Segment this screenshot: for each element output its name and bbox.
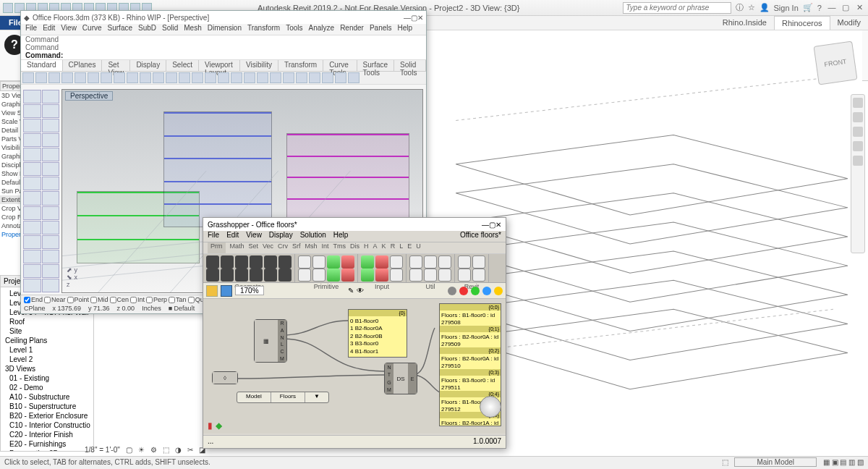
star-icon[interactable]: ☆	[748, 3, 755, 12]
tree-item[interactable]: 01 - Existing	[9, 373, 89, 383]
tab-modify[interactable]: Modify	[830, 16, 868, 30]
tab-rhinoceros[interactable]: Rhinoceros	[774, 16, 830, 30]
open-icon	[206, 285, 218, 297]
minimize-button[interactable]: —	[826, 3, 838, 12]
display-blue-icon	[482, 287, 491, 295]
search-input[interactable]	[623, 2, 731, 14]
viewport-label[interactable]: Perspective	[65, 91, 113, 101]
main-model-dropdown[interactable]: Main Model	[734, 457, 817, 467]
markov-icon: ◆	[216, 421, 222, 431]
tree-item[interactable]: B20 - Exterior Enclosure	[9, 411, 89, 421]
status-text: Click to select, TAB for alternates, CTR…	[4, 458, 210, 468]
orbit-icon	[853, 141, 863, 151]
cart-icon[interactable]: 🛒	[803, 3, 813, 12]
zoom-icon	[853, 127, 863, 137]
selection-icons[interactable]: ▦ ▣ ▤ ▥ ▧	[823, 458, 864, 466]
display-red-icon	[459, 287, 468, 295]
tree-item[interactable]: C20 - Interior Finish	[9, 430, 89, 439]
building-b2	[163, 111, 272, 227]
zoom-display[interactable]: 170%	[235, 286, 264, 295]
tree-item[interactable]: 02 - Demo	[9, 383, 89, 392]
viewcube[interactable]: FRONT	[814, 41, 858, 85]
infocentre-icon[interactable]: ⓘ	[736, 2, 744, 13]
user-icon[interactable]: 👤	[760, 3, 770, 12]
rhino-title: Office Floors.3dm (373 KB) - Rhino WIP -…	[33, 14, 209, 22]
view-control-bar[interactable]: 1/8" = 1'-0" ▢☀⚙⬚◑✂◪	[83, 443, 207, 456]
gh-status-left: ...	[208, 437, 213, 447]
gh-component-explode[interactable]: ▦ RANLCM	[254, 319, 287, 363]
rhino-close-button[interactable]: ✕	[417, 14, 423, 22]
gh-canvas[interactable]: ◊ ▦ RANLCM {0} 0 B1-floor0 1 B2-floor0A …	[203, 299, 506, 434]
grasshopper-window[interactable]: Grasshopper - Office floors* — ▢ ✕ FileE…	[203, 217, 506, 449]
rhino-command-area[interactable]: Command Command Command:	[21, 35, 426, 60]
rhino-maximize-button[interactable]: ▢	[411, 14, 417, 22]
tree-group[interactable]: 3D Views	[5, 364, 89, 373]
svg-marker-4	[456, 251, 848, 331]
maximize-button[interactable]: ▢	[840, 3, 851, 12]
close-button[interactable]: ✕	[854, 3, 865, 12]
rhino-minimize-button[interactable]: —	[404, 14, 411, 22]
svg-marker-2	[456, 193, 848, 273]
svg-marker-1	[456, 164, 848, 244]
rhino-menu-bar[interactable]: FileEditViewCurveSurfaceSubDSolidMeshDim…	[21, 24, 426, 35]
svg-line-7	[456, 77, 833, 120]
rhino-side-toolbar[interactable]	[22, 89, 60, 293]
gh-compass[interactable]	[480, 396, 501, 418]
gh-param[interactable]: ◊	[212, 371, 238, 384]
lookaround-icon	[853, 156, 863, 166]
axis-triad-icon: ⬈ y⬊ xz	[67, 266, 77, 288]
gh-canvas-corner-icons[interactable]: ▮ ◆	[208, 421, 222, 431]
rhino-toolbar-tabs[interactable]: StandardCPlanesSet ViewDisplaySelectView…	[21, 60, 426, 72]
worksets-icon[interactable]: ⬚	[722, 458, 728, 466]
pan-icon	[853, 112, 863, 122]
tree-item[interactable]: A10 - Substructure	[9, 392, 89, 402]
svg-marker-0	[456, 135, 848, 215]
tree-item[interactable]: B10 - Superstructure	[9, 402, 89, 411]
revit-status-bar: Click to select, TAB for alternates, CTR…	[0, 456, 868, 469]
rhino-logo-icon: ◆	[24, 14, 30, 22]
gh-status-bar: ... 1.0.0007	[203, 435, 506, 448]
tree-item[interactable]: Level 2	[9, 355, 89, 364]
gh-minimize-button[interactable]: —	[482, 221, 489, 229]
svg-marker-5	[456, 280, 848, 360]
chart-icon: ▮	[208, 421, 213, 431]
gh-ribbon[interactable]: Geometry Primitive Input Util Revit	[203, 254, 506, 283]
svg-marker-3	[456, 222, 848, 302]
svg-marker-6	[456, 309, 848, 389]
sketch-icon: ✎	[348, 287, 354, 295]
gh-menu-bar[interactable]: FileEditViewDisplaySolutionHelp Office f…	[203, 231, 506, 242]
gh-value-list[interactable]: Model Floors ▼	[237, 392, 329, 403]
preview-icon: 👁	[357, 287, 364, 295]
tree-group[interactable]: Ceiling Plans	[5, 336, 89, 345]
gh-canvas-toolbar[interactable]: 170% ✎ 👁	[203, 283, 506, 299]
help-icon[interactable]: ?	[817, 4, 822, 12]
gh-component-ds[interactable]: NTGM DS E	[384, 363, 417, 394]
tab-rhinoinside[interactable]: Rhino.Inside	[715, 16, 774, 30]
navigation-bar[interactable]	[851, 94, 865, 253]
tree-item[interactable]: Roof	[9, 317, 89, 326]
gh-doc-label[interactable]: Office floors*	[460, 231, 501, 242]
gh-component-tabs[interactable]: PrmMathSetVecCrvSrfMshIntTmsDisHAKRLEU	[203, 242, 506, 254]
save-icon	[221, 285, 232, 297]
display-grey-icon	[448, 287, 456, 295]
tree-item[interactable]: Level 1	[9, 345, 89, 355]
tree-item[interactable]: Perspective 3D	[9, 449, 89, 452]
gh-panel-names[interactable]: {0} 0 B1-floor0 1 B2-floor0A 2 B2-floor0…	[348, 309, 407, 358]
signin-link[interactable]: Sign In	[774, 4, 799, 12]
display-green-icon	[471, 287, 480, 295]
display-yellow-icon	[494, 287, 503, 295]
gh-version: 1.0.0007	[473, 437, 501, 447]
gh-close-button[interactable]: ✕	[495, 221, 501, 229]
wheel-icon	[853, 98, 863, 108]
tree-item[interactable]: Site	[9, 326, 89, 336]
gh-title: Grasshopper - Office floors*	[208, 221, 297, 229]
gh-maximize-button[interactable]: ▢	[489, 221, 495, 229]
tree-item[interactable]: C10 - Interior Constructio	[9, 421, 89, 430]
tree-item[interactable]: E20 - Furnishings	[9, 439, 89, 449]
